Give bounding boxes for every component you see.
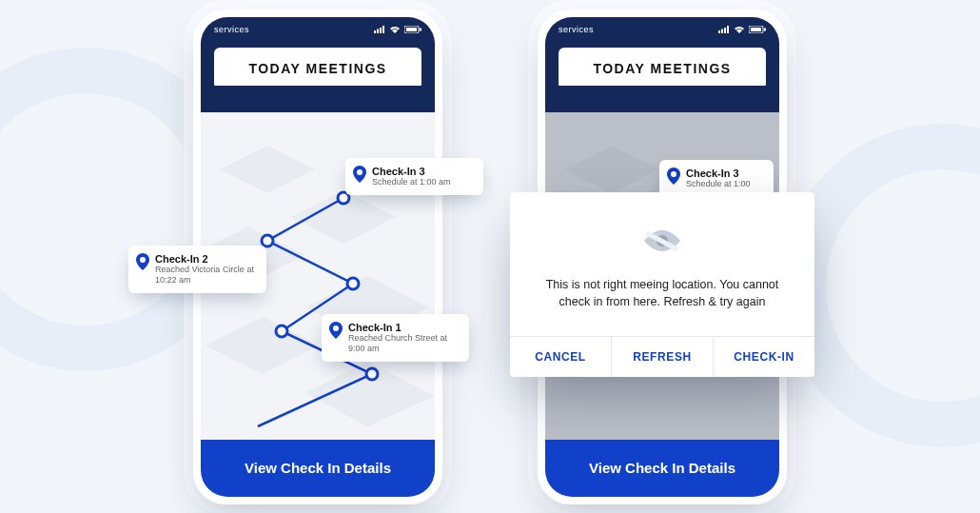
svg-marker-7 <box>220 146 315 193</box>
refresh-label: REFRESH <box>633 350 692 364</box>
checkin-card-2[interactable]: Check-In 2 Reached Victoria Circle at 10… <box>128 246 266 294</box>
view-details-label: View Check In Details <box>589 460 735 476</box>
view-details-button[interactable]: View Check In Details <box>201 440 435 497</box>
map-pin-icon <box>329 322 343 339</box>
view-details-button[interactable]: View Check In Details <box>545 440 779 497</box>
checkin-card-3[interactable]: Check-In 3 Schedule at 1:00 am <box>345 158 483 195</box>
svg-point-16 <box>276 326 287 337</box>
checkin-title: Check-In 1 <box>348 322 460 333</box>
app-header: TODAY MEETINGS <box>545 42 779 112</box>
battery-icon <box>404 26 421 33</box>
checkin-card-1[interactable]: Check-In 1 Reached Church Street at 9:00… <box>322 314 469 363</box>
checkin-title: Check-In 3 <box>686 168 764 179</box>
carrier-label: services <box>214 25 249 34</box>
page-title: TODAY MEETINGS <box>214 48 421 89</box>
eye-off-icon <box>535 225 790 261</box>
checkin-title: Check-In 2 <box>155 253 257 265</box>
cancel-button[interactable]: CANCEL <box>510 337 611 377</box>
svg-point-19 <box>140 257 146 263</box>
signal-icon <box>374 26 385 33</box>
carrier-label: services <box>559 25 594 34</box>
map-pin-icon <box>353 166 366 183</box>
svg-rect-5 <box>406 28 417 31</box>
battery-icon <box>749 26 766 33</box>
error-dialog: This is not right meeing location. You c… <box>510 192 814 378</box>
svg-point-15 <box>347 278 359 289</box>
signal-icon <box>718 26 730 33</box>
svg-rect-1 <box>377 29 379 33</box>
svg-rect-2 <box>380 28 382 33</box>
checkin-subtitle: Schedule at 1:00 am <box>372 177 451 187</box>
checkin-subtitle: Reached Church Street at 9:00 am <box>348 333 460 355</box>
page-title: TODAY MEETINGS <box>559 48 766 89</box>
map-pin-icon <box>136 253 149 270</box>
svg-point-31 <box>671 171 676 177</box>
svg-rect-6 <box>420 28 421 30</box>
svg-point-17 <box>366 368 378 380</box>
svg-rect-23 <box>724 28 726 33</box>
cancel-label: CANCEL <box>535 350 586 364</box>
view-details-label: View Check In Details <box>245 460 391 476</box>
checkin-button[interactable]: CHECK-IN <box>713 337 814 377</box>
svg-point-14 <box>262 235 273 247</box>
svg-point-20 <box>333 326 339 331</box>
svg-rect-0 <box>374 30 376 33</box>
checkin-label: CHECK-IN <box>734 350 794 364</box>
svg-rect-26 <box>751 28 761 31</box>
svg-rect-3 <box>382 26 384 33</box>
svg-point-18 <box>357 169 363 175</box>
checkin-title: Check-In 3 <box>372 166 451 177</box>
svg-rect-27 <box>764 28 766 30</box>
checkin-subtitle: Reached Victoria Circle at 10:22 am <box>155 265 257 286</box>
map-pin-icon <box>667 168 680 185</box>
refresh-button[interactable]: REFRESH <box>611 337 713 377</box>
status-bar: services <box>545 17 779 42</box>
svg-rect-21 <box>718 30 720 33</box>
svg-marker-11 <box>206 317 320 374</box>
app-header: TODAY MEETINGS <box>201 42 435 112</box>
dialog-message: This is not right meeing location. You c… <box>535 276 790 312</box>
wifi-icon <box>734 26 745 33</box>
wifi-icon <box>389 26 401 33</box>
status-bar: services <box>201 17 435 42</box>
svg-rect-22 <box>721 29 723 33</box>
svg-rect-24 <box>727 26 729 33</box>
